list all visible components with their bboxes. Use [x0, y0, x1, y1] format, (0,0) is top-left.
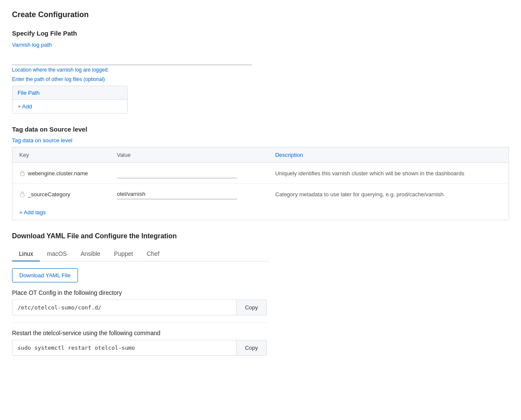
place-config-path: /etc/otelcol-sumo/conf.d/: [12, 300, 236, 315]
key-cell: _sourceCategory: [12, 184, 110, 205]
value-cell: [110, 184, 268, 205]
key-cell: webengine.cluster.name: [12, 163, 110, 184]
tab-ansible[interactable]: Ansible: [74, 247, 107, 261]
tag-table: Key Value Description webengine.cluster.…: [12, 147, 509, 220]
tab-puppet[interactable]: Puppet: [107, 247, 140, 261]
log-path-hint: Location where the varnish log are logge…: [12, 67, 509, 73]
copy-path-button[interactable]: Copy: [236, 300, 266, 315]
download-section: Download YAML File and Configure the Int…: [12, 232, 509, 356]
tag-data-section: Tag data on Source level Tag data on sou…: [12, 126, 509, 220]
restart-command-copy-row: sudo systemctl restart otelcol-sumo Copy: [12, 340, 267, 356]
col-value: Value: [110, 147, 268, 163]
varnish-log-path-link[interactable]: Varnish log path: [12, 42, 52, 48]
col-description: Description: [268, 147, 509, 163]
description-cell: Uniquely identifies this varnish cluster…: [268, 163, 509, 184]
divider: [12, 322, 267, 323]
page-title: Create Configuration: [12, 10, 509, 19]
lock-icon: [19, 191, 25, 197]
description-cell: Category metadata to use later for query…: [268, 184, 509, 205]
svg-rect-1: [21, 194, 24, 197]
table-row: webengine.cluster.name Uniquely identifi…: [12, 163, 509, 184]
place-config-title: Place OT Config in the following directo…: [12, 289, 509, 296]
add-file-path-button[interactable]: + Add: [12, 100, 127, 113]
restart-title: Restart the otelcol-service using the fo…: [12, 330, 509, 336]
restart-command: sudo systemctl restart otelcol-sumo: [12, 340, 236, 355]
tag-data-label: Tag data on source level: [12, 137, 509, 144]
log-file-path-section: Specify Log File Path Varnish log path L…: [12, 30, 509, 114]
copy-command-button[interactable]: Copy: [236, 340, 266, 355]
svg-rect-0: [21, 173, 24, 176]
value-cell: [110, 163, 268, 184]
col-key: Key: [12, 147, 110, 163]
table-row: _sourceCategory Category metadata to use…: [12, 184, 509, 205]
os-tabs: LinuxmacOSAnsiblePuppetChef: [12, 247, 269, 261]
value-input[interactable]: [117, 189, 237, 199]
add-tags-button[interactable]: + Add tags: [19, 209, 46, 216]
place-config-copy-row: /etc/otelcol-sumo/conf.d/ Copy: [12, 300, 267, 315]
download-title: Download YAML File and Configure the Int…: [12, 232, 509, 240]
file-path-table: File Path + Add: [12, 86, 128, 114]
tag-data-title: Tag data on Source level: [12, 126, 509, 133]
log-path-input[interactable]: [12, 55, 252, 65]
value-input[interactable]: [117, 168, 237, 178]
tab-linux[interactable]: Linux: [12, 247, 40, 261]
log-file-path-title: Specify Log File Path: [12, 30, 509, 37]
file-path-header: File Path: [12, 86, 127, 100]
tab-chef[interactable]: Chef: [140, 247, 166, 261]
tab-macos[interactable]: macOS: [40, 247, 74, 261]
lock-icon: [19, 170, 25, 176]
download-yaml-button[interactable]: Download YAML File: [12, 268, 78, 282]
optional-path-hint: Enter the path of other log files (optio…: [12, 76, 509, 82]
